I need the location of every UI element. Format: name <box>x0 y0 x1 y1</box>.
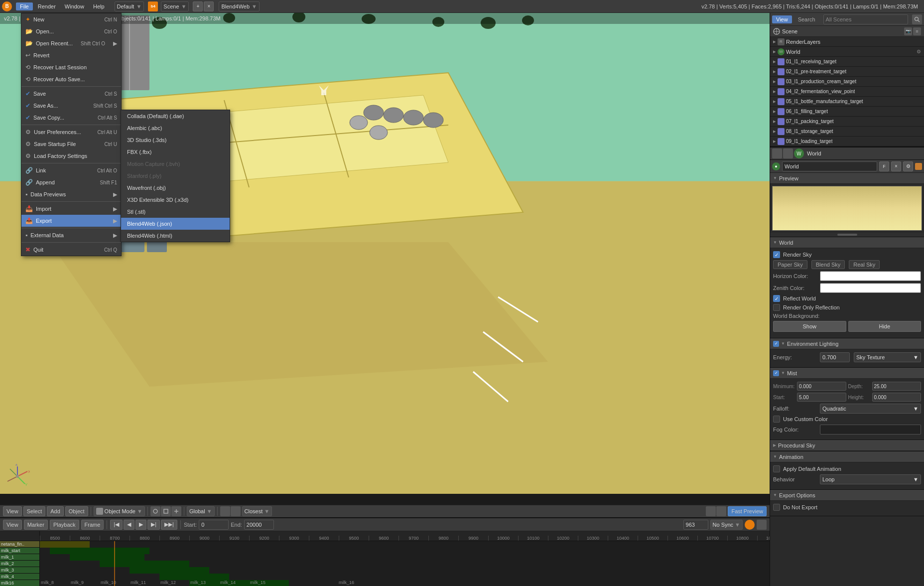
menu-save-startup[interactable]: ⚙ Save Startup File Ctrl U <box>21 138 121 150</box>
jump-start-btn[interactable]: |◀ <box>110 520 123 530</box>
add-btn[interactable]: Add <box>47 506 64 516</box>
mist-checkbox[interactable]: ✓ <box>773 370 779 376</box>
transform-icon-1[interactable] <box>150 506 160 516</box>
snap-type-icon[interactable] <box>231 506 241 516</box>
sky-texture-selector[interactable]: Sky Texture ▼ <box>854 352 921 362</box>
export-options-header[interactable]: ▼ Export Options <box>770 490 924 501</box>
closest-selector[interactable]: Closest ▼ <box>242 506 272 516</box>
horizon-swatch[interactable] <box>820 271 921 281</box>
menu-link[interactable]: 🔗 Link Ctrl Alt O <box>21 164 121 176</box>
menu-recover-auto[interactable]: ⟲ Recover Auto Save... <box>21 73 121 85</box>
preview-header[interactable]: ▼ Preview <box>770 173 924 184</box>
scene-cam-icon[interactable]: 📷 <box>904 27 912 35</box>
mist-min-val[interactable]: 0.000 <box>797 382 846 391</box>
menu-import[interactable]: 📥 Import ▶ <box>21 203 121 215</box>
menu-window[interactable]: Window <box>61 2 88 10</box>
scene-filter-icon[interactable]: ≡ <box>913 27 921 35</box>
export-stl[interactable]: Stl (.stl) <box>121 206 230 218</box>
export-3ds[interactable]: 3D Studio (.3ds) <box>121 134 230 146</box>
mist-start-val[interactable]: 5.00 <box>797 393 846 402</box>
tree-item-03[interactable]: ▸ 03_l1_production_cream_target <box>770 77 924 87</box>
do-not-export-checkbox[interactable] <box>773 504 780 511</box>
menu-append[interactable]: 🔗 Append Shift F1 <box>21 176 121 188</box>
animation-header[interactable]: ▼ Animation <box>770 451 924 462</box>
tree-item-02[interactable]: ▸ 02_l1_pre-treatment_target <box>770 67 924 77</box>
transform-icon-2[interactable] <box>161 506 171 516</box>
menu-recover-last[interactable]: ⟲ Recover Last Session <box>21 61 121 73</box>
export-collada[interactable]: Collada (Default) (.dae) <box>121 110 230 122</box>
render-only-checkbox[interactable] <box>773 304 780 311</box>
timeline-playback-btn[interactable]: Playback <box>50 520 79 530</box>
scene-name-selector[interactable]: Scene ▼ <box>161 1 189 11</box>
tree-item-09[interactable]: ▸ 09_l1_loading_target <box>770 137 924 146</box>
start-frame[interactable]: 0 <box>199 520 229 530</box>
play-btn[interactable]: ▶ <box>135 520 146 530</box>
custom-color-checkbox[interactable] <box>773 416 780 423</box>
preview-scrollbar[interactable] <box>837 234 857 236</box>
scene-add-btn[interactable]: + <box>193 1 203 11</box>
render-sky-checkbox[interactable]: ✓ <box>773 251 780 258</box>
apply-anim-checkbox[interactable] <box>773 465 780 472</box>
snap-icon[interactable] <box>220 506 230 516</box>
menu-quit[interactable]: ✖ Quit Ctrl Q <box>21 244 121 256</box>
world-settings-icon[interactable]: ⚙ <box>917 49 921 54</box>
view-btn[interactable]: View <box>3 506 22 516</box>
world-x-btn[interactable]: × <box>891 161 901 171</box>
transform-icon-3[interactable] <box>171 506 181 516</box>
menu-revert[interactable]: ↩ Revert <box>21 49 121 61</box>
timeline-view-btn[interactable]: View <box>3 520 22 530</box>
world-type-btn[interactable] <box>915 163 922 170</box>
object-btn[interactable]: Object <box>65 506 88 516</box>
current-frame[interactable]: 963 <box>683 520 708 530</box>
proc-sky-header[interactable]: ▶ Procedural Sky <box>770 440 924 451</box>
real-sky-btn[interactable]: Real Sky <box>849 260 880 269</box>
tree-item-01[interactable]: ▸ 01_l1_receiving_target <box>770 57 924 67</box>
rp-world-icon[interactable]: W <box>794 148 804 158</box>
render-icon[interactable] <box>716 506 726 516</box>
export-obj[interactable]: Wavefront (.obj) <box>121 182 230 194</box>
menu-open[interactable]: 📂 Open... Ctrl O <box>21 25 121 37</box>
world-section-header[interactable]: ▼ World <box>770 237 924 248</box>
world-name-input[interactable]: World <box>782 161 877 171</box>
menu-save-as[interactable]: ✔ Save As... Shift Ctrl S <box>21 100 121 112</box>
engine-selector[interactable]: Blend4Web ▼ <box>219 1 260 11</box>
menu-open-recent[interactable]: 📂 Open Recent... Shift Ctrl O ▶ <box>21 37 121 49</box>
world-settings2-btn[interactable]: ⚙ <box>903 161 913 171</box>
hide-btn[interactable]: Hide <box>848 321 922 332</box>
tree-item-06[interactable]: ▸ 06_l1_filling_target <box>770 107 924 117</box>
tree-item-07[interactable]: ▸ 07_l1_packing_target <box>770 117 924 127</box>
scene-search[interactable]: All Scenes <box>823 14 908 24</box>
menu-help[interactable]: Help <box>89 2 109 10</box>
tree-item-04[interactable]: ▸ 04_l2_fermentation_view_point <box>770 87 924 97</box>
scene-del-btn[interactable]: × <box>204 1 214 11</box>
export-fbx[interactable]: FBX (.fbx) <box>121 146 230 158</box>
camera-icon[interactable] <box>706 506 716 516</box>
zenith-swatch[interactable] <box>820 283 921 293</box>
tree-item-renderlayers[interactable]: ▸ R RenderLayers <box>770 37 924 47</box>
mist-header[interactable]: ✓ ▼ Mist <box>770 368 924 379</box>
audio-btn[interactable] <box>757 520 767 530</box>
select-btn[interactable]: Select <box>23 506 46 516</box>
menu-save[interactable]: ✔ Save Ctrl S <box>21 88 121 100</box>
env-lighting-header[interactable]: ✓ ▼ Environment Lighting <box>770 338 924 349</box>
scene-selector[interactable]: Default ▼ <box>115 1 144 11</box>
tab-view[interactable]: View <box>772 15 792 23</box>
jump-end-btn[interactable]: ▶▶| <box>161 520 177 530</box>
timeline-tracks-area[interactable]: 8500 8600 8700 8800 8900 9000 9100 9200 … <box>40 531 770 586</box>
rp-icon-2[interactable] <box>783 148 793 158</box>
menu-export[interactable]: 📤 Export ▶ <box>21 215 121 227</box>
fast-preview-btn[interactable]: Fast Preview <box>728 506 767 516</box>
rp-icon-1[interactable] <box>772 148 782 158</box>
falloff-selector[interactable]: Quadratic ▼ <box>820 404 921 414</box>
timeline-marker-btn[interactable]: Marker <box>24 520 48 530</box>
menu-load-factory[interactable]: ⚙ Load Factory Settings <box>21 150 121 162</box>
paper-sky-btn[interactable]: Paper Sky <box>773 260 807 269</box>
env-lighting-checkbox[interactable]: ✓ <box>773 341 779 347</box>
export-x3d[interactable]: X3D Extensible 3D (.x3d) <box>121 194 230 206</box>
mist-height-val[interactable]: 0.000 <box>872 393 922 402</box>
tree-item-05[interactable]: ▸ 05_l1_bottle_manufacturing_target <box>770 97 924 107</box>
mode-selector[interactable]: Object Mode ▼ <box>94 506 145 516</box>
export-b4w-json[interactable]: Blend4Web (.json) <box>121 218 230 230</box>
search-btn[interactable] <box>912 14 922 24</box>
next-frame-btn[interactable]: ▶| <box>147 520 160 530</box>
